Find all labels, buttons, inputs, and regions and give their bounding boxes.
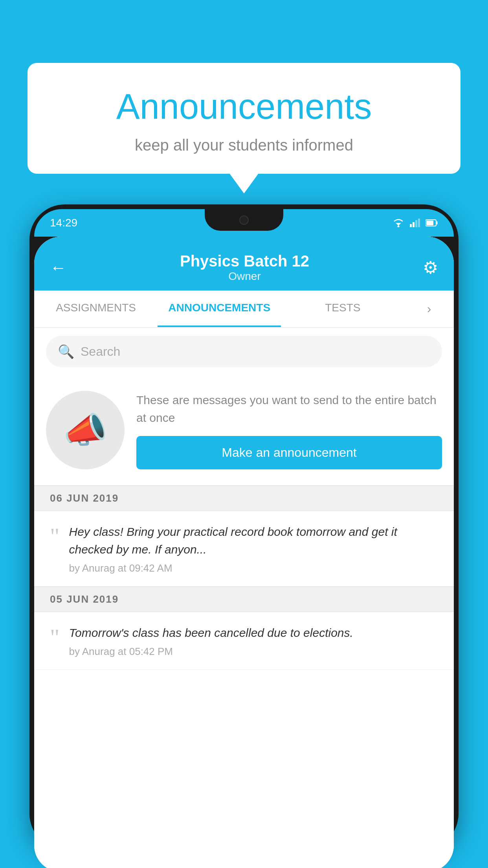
megaphone-icon: 📣 bbox=[63, 410, 107, 451]
date-separator-2: 05 JUN 2019 bbox=[34, 587, 454, 612]
wifi-icon bbox=[393, 219, 404, 227]
tab-tests[interactable]: TESTS bbox=[281, 291, 404, 327]
search-icon: 🔍 bbox=[58, 344, 74, 359]
svg-rect-5 bbox=[418, 219, 420, 227]
svg-rect-8 bbox=[426, 221, 433, 225]
search-container: 🔍 Search bbox=[34, 328, 454, 375]
svg-rect-4 bbox=[415, 220, 417, 227]
battery-icon bbox=[426, 219, 438, 226]
make-announcement-button[interactable]: Make an announcement bbox=[136, 436, 442, 469]
announcement-description: These are messages you want to send to t… bbox=[136, 391, 442, 427]
announcement-text-2: Tomorrow's class has been cancelled due … bbox=[69, 624, 438, 642]
speech-bubble: Announcements keep all your students inf… bbox=[28, 63, 460, 174]
svg-marker-0 bbox=[396, 223, 401, 226]
tab-announcements[interactable]: ANNOUNCEMENTS bbox=[158, 291, 281, 327]
announcement-text-1: Hey class! Bring your practical record b… bbox=[69, 523, 438, 558]
announcement-item-2[interactable]: " Tomorrow's class has been cancelled du… bbox=[34, 612, 454, 670]
phone-screen: ← Physics Batch 12 Owner ⚙ ASSIGNMENTS A… bbox=[34, 237, 454, 868]
phone-notch bbox=[205, 209, 283, 231]
announcement-content-2: Tomorrow's class has been cancelled due … bbox=[69, 624, 438, 658]
svg-rect-7 bbox=[436, 221, 438, 224]
tab-more[interactable]: › bbox=[404, 291, 454, 327]
announcement-meta-1: by Anurag at 09:42 AM bbox=[69, 562, 438, 574]
batch-role: Owner bbox=[180, 270, 309, 283]
status-bar: 14:29 bbox=[34, 209, 454, 237]
signal-icon bbox=[410, 219, 420, 227]
megaphone-circle: 📣 bbox=[46, 391, 125, 469]
tabs-bar: ASSIGNMENTS ANNOUNCEMENTS TESTS › bbox=[34, 291, 454, 328]
svg-rect-3 bbox=[413, 222, 415, 227]
phone-outer: 14:29 bbox=[29, 204, 459, 849]
search-placeholder: Search bbox=[81, 344, 120, 359]
quote-icon-1: " bbox=[50, 524, 60, 548]
phone-wrapper: 14:29 bbox=[29, 204, 459, 868]
announcement-prompt: 📣 These are messages you want to send to… bbox=[34, 375, 454, 485]
date-separator-1: 06 JUN 2019 bbox=[34, 485, 454, 511]
header-title-block: Physics Batch 12 Owner bbox=[180, 252, 309, 283]
quote-icon-2: " bbox=[50, 625, 60, 649]
announcement-item-1[interactable]: " Hey class! Bring your practical record… bbox=[34, 511, 454, 587]
speech-bubble-title: Announcements bbox=[51, 86, 437, 127]
speech-bubble-subtitle: keep all your students informed bbox=[51, 136, 437, 154]
status-icons bbox=[393, 219, 438, 227]
camera-dot bbox=[239, 215, 249, 225]
announcement-content-1: Hey class! Bring your practical record b… bbox=[69, 523, 438, 574]
status-time: 14:29 bbox=[50, 217, 77, 229]
announcement-right: These are messages you want to send to t… bbox=[136, 391, 442, 469]
settings-icon[interactable]: ⚙ bbox=[423, 257, 438, 278]
announcements-list: 06 JUN 2019 " Hey class! Bring your prac… bbox=[34, 485, 454, 868]
app-header-top: ← Physics Batch 12 Owner ⚙ bbox=[50, 245, 438, 291]
speech-bubble-section: Announcements keep all your students inf… bbox=[28, 63, 460, 174]
tab-assignments[interactable]: ASSIGNMENTS bbox=[34, 291, 158, 327]
back-button[interactable]: ← bbox=[50, 259, 66, 276]
svg-rect-2 bbox=[410, 224, 412, 227]
app-header: ← Physics Batch 12 Owner ⚙ bbox=[34, 237, 454, 291]
search-bar[interactable]: 🔍 Search bbox=[46, 336, 442, 367]
svg-point-1 bbox=[398, 226, 400, 228]
announcement-meta-2: by Anurag at 05:42 PM bbox=[69, 645, 438, 658]
batch-title: Physics Batch 12 bbox=[180, 252, 309, 270]
